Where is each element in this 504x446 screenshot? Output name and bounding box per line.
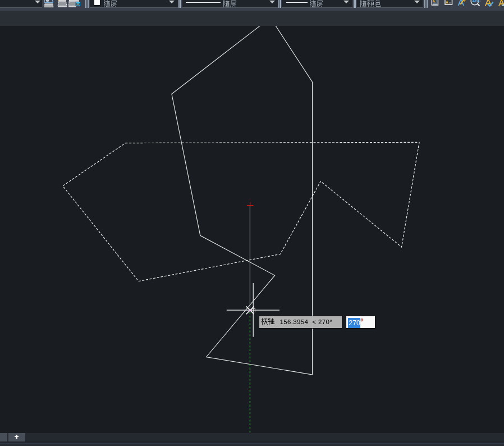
svg-text:ABC: ABC (472, 0, 480, 3)
